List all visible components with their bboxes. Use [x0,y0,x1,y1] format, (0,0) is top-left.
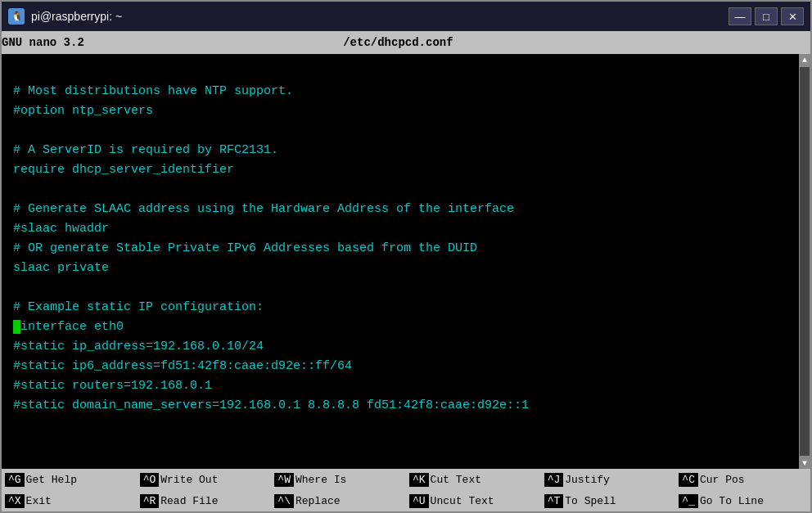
shortcut-key: ^J [544,473,564,487]
shortcut-key: ^\ [274,494,294,508]
terminal-line [13,62,799,82]
terminal-line: #static ip6_address=fd51:42f8:caae:d92e:… [13,357,799,376]
shortcut-label: Write Out [160,474,218,486]
terminal-line [13,278,799,298]
shortcut-label: Cur Pos [700,474,745,486]
shortcut-label: Uncut Text [431,495,494,507]
shortcut-item-0-4[interactable]: ^JJustify [541,469,676,490]
window-controls: — □ ✕ [729,7,804,25]
minimize-button[interactable]: — [729,7,751,25]
title-bar-left: 🐧 pi@raspberrypi: ~ [8,8,122,25]
terminal-line: # Generate SLAAC address using the Hardw… [13,200,799,219]
terminal-line: # Example static IP configuration: [13,298,799,317]
shortcut-label: Replace [295,495,341,507]
shortcut-label: Get Help [26,474,77,486]
shortcuts-grid: ^GGet Help^OWrite Out^WWhere Is^KCut Tex… [2,469,810,511]
nano-shortcuts-bar: ^GGet Help^OWrite Out^WWhere Is^KCut Tex… [2,469,810,511]
terminal-icon: 🐧 [8,8,25,25]
scroll-up-arrow[interactable]: ▲ [799,54,810,65]
shortcut-item-1-0[interactable]: ^XExit [2,490,137,511]
terminal-line: # OR generate Stable Private IPv6 Addres… [13,239,799,259]
shortcut-item-0-2[interactable]: ^WWhere Is [271,469,406,490]
close-button[interactable]: ✕ [781,7,804,25]
shortcut-item-1-5[interactable]: ^_Go To Line [675,490,810,511]
shortcut-item-0-3[interactable]: ^KCut Text [406,469,541,490]
shortcut-item-1-2[interactable]: ^\Replace [271,490,406,511]
scrollbar[interactable]: ▲ ▼ [799,54,810,469]
terminal-line: require dhcp_server_identifier [13,160,799,180]
window-title: pi@raspberrypi: ~ [31,10,122,23]
shortcut-key: ^X [5,494,25,508]
shortcut-item-1-1[interactable]: ^RRead File [137,490,272,511]
shortcut-label: Read File [160,495,218,507]
shortcut-label: Cut Text [431,474,481,486]
shortcut-label: Where Is [295,474,346,486]
terminal-line: #static domain_name_servers=192.168.0.1 … [13,396,799,416]
terminal-line: #option ntp_servers [13,101,799,121]
title-bar: 🐧 pi@raspberrypi: ~ — □ ✕ [2,2,810,31]
terminal-line: # A ServerID is required by RFC2131. [13,141,799,160]
shortcut-key: ^_ [679,494,698,508]
terminal-content: # Most distributions have NTP support.#o… [13,62,799,416]
shortcut-item-1-3[interactable]: ^UUncut Text [406,490,541,511]
shortcut-key: ^C [679,473,698,487]
terminal-line: #static routers=192.168.0.1 [13,376,799,396]
terminal-line: # Most distributions have NTP support. [13,82,799,101]
shortcut-key: ^O [140,473,160,487]
terminal-line [13,180,799,200]
shortcut-item-1-4[interactable]: ^TTo Spell [541,490,676,511]
shortcut-key: ^W [274,473,294,487]
shortcut-label: Exit [26,495,52,507]
scrollbar-thumb[interactable] [800,67,810,456]
shortcut-key: ^K [409,473,429,487]
terminal-line: #slaac hwaddr [13,219,799,239]
nano-version: GNU nano 3.2 [2,36,84,49]
shortcut-item-0-0[interactable]: ^GGet Help [2,469,137,490]
shortcut-label: Go To Line [700,495,764,507]
nano-bar: GNU nano 3.2 /etc/dhcpcd.conf [2,31,810,54]
shortcut-key: ^R [140,494,160,508]
shortcut-label: Justify [565,474,610,486]
shortcut-item-0-1[interactable]: ^OWrite Out [137,469,272,490]
terminal-line: slaac private [13,259,799,278]
shortcut-item-0-5[interactable]: ^CCur Pos [675,469,810,490]
maximize-button[interactable]: □ [755,7,778,25]
shortcut-key: ^G [5,473,25,487]
terminal-line: #static ip_address=192.168.0.10/24 [13,337,799,357]
file-path: /etc/dhcpcd.conf [84,36,712,49]
terminal-body[interactable]: # Most distributions have NTP support.#o… [2,54,810,469]
shortcut-key: ^U [409,494,429,508]
shortcut-label: To Spell [565,495,616,507]
shortcut-key: ^T [544,494,564,508]
scroll-down-arrow[interactable]: ▼ [799,457,810,469]
terminal-line [13,121,799,141]
terminal-line: interface eth0 [13,317,799,337]
terminal-window: 🐧 pi@raspberrypi: ~ — □ ✕ GNU nano 3.2 /… [0,0,812,513]
